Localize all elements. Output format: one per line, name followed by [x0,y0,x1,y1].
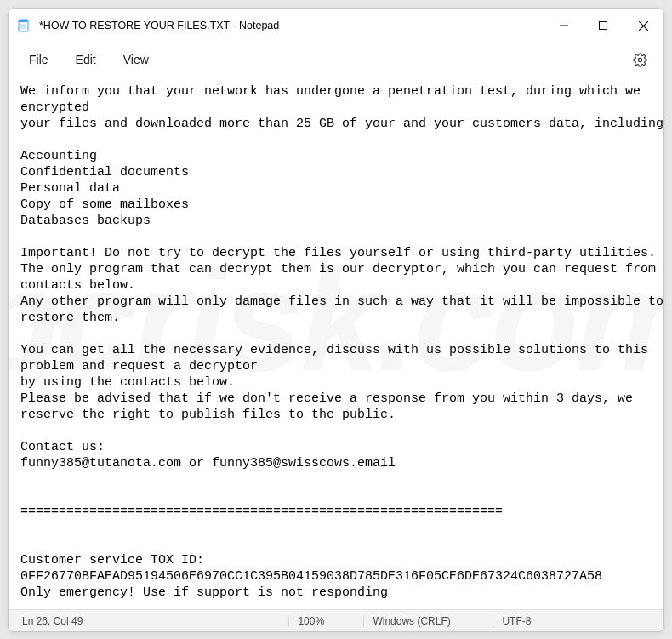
window-title: *HOW TO RESTORE YOUR FILES.TXT - Notepad [39,20,544,31]
text-area[interactable]: We inform you that your network has unde… [9,77,663,609]
svg-rect-1 [19,20,28,22]
notepad-icon [17,19,31,32]
menu-file[interactable]: File [15,48,62,71]
maximize-button[interactable] [584,9,623,43]
status-zoom[interactable]: 100% [288,615,363,627]
menubar: File Edit View [9,43,663,77]
settings-button[interactable] [626,46,653,73]
menu-edit[interactable]: Edit [62,48,110,71]
window-controls [544,9,663,43]
svg-rect-6 [600,22,607,30]
minimize-button[interactable] [544,9,584,43]
svg-point-9 [638,58,641,61]
status-line-ending: Windows (CRLF) [363,615,493,627]
status-cursor-position: Ln 26, Col 49 [14,615,91,627]
titlebar[interactable]: *HOW TO RESTORE YOUR FILES.TXT - Notepad [9,9,663,43]
status-encoding: UTF-8 [493,615,663,627]
notepad-window: *HOW TO RESTORE YOUR FILES.TXT - Notepad… [8,8,664,632]
close-button[interactable] [623,9,663,43]
menu-view[interactable]: View [110,48,162,71]
statusbar: Ln 26, Col 49 100% Windows (CRLF) UTF-8 [9,609,663,631]
